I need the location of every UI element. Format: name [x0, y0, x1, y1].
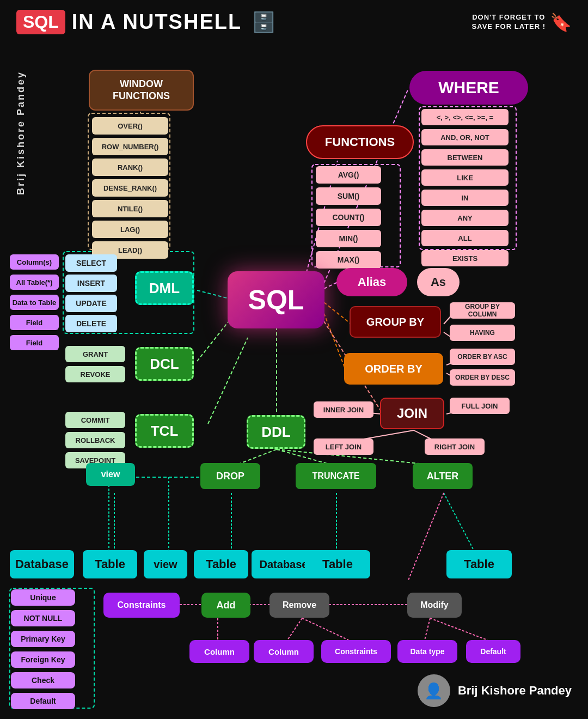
constraint-notnull: NOT NULL: [11, 610, 75, 626]
modify-default: Default: [466, 640, 520, 663]
constraint-check: Check: [11, 672, 75, 688]
svg-line-23: [408, 493, 444, 580]
tcl-commit: COMMIT: [65, 412, 125, 428]
orderby-node: ORDER BY: [344, 353, 443, 385]
right-join: RIGHT JOIN: [425, 438, 485, 455]
fn-max: MAX(): [316, 251, 381, 269]
truncate-node: TRUNCATE: [296, 463, 376, 489]
modify-datatype: Data type: [397, 640, 457, 663]
where-operators: <, >, <>, <=, >=, =: [421, 109, 509, 125]
alter-node: ALTER: [413, 463, 473, 489]
dml-label-field2: Field: [10, 335, 59, 350]
join-node: JOIN: [380, 398, 444, 429]
where-node: WHERE: [409, 71, 528, 105]
where-all: ALL: [421, 230, 509, 246]
orderby-desc: ORDER BY DESC: [450, 369, 515, 386]
sql-center-node: SQL: [228, 271, 324, 328]
dml-label-field1: Field: [10, 315, 59, 330]
where-in: IN: [421, 190, 509, 206]
groupby-having: HAVING: [450, 325, 515, 341]
dml-label-alltable: All Table(*): [10, 275, 59, 290]
dont-forget-text: DON'T FORGET TOSAVE FOR LATER !: [472, 13, 546, 32]
table-node-2: Table: [194, 550, 248, 578]
svg-line-31: [425, 618, 430, 640]
groupby-column: GROUP BYCOLUMN: [450, 302, 515, 319]
dcl-revoke: REVOKE: [65, 366, 125, 382]
svg-line-22: [444, 493, 474, 550]
dml-delete: DELETE: [65, 315, 117, 332]
watermark-text: Brij Kishore Pandey: [15, 71, 27, 195]
page: SQL IN A NUTSHELL 🗄️ DON'T FORGET TOSAVE…: [0, 0, 588, 719]
where-exists: EXISTS: [421, 250, 509, 266]
constraint-foreignkey: Foreign Key: [11, 651, 75, 668]
svg-line-3: [197, 290, 229, 298]
orderby-asc: ORDER BY ASC: [450, 349, 515, 365]
author-name: Brij Kishore Pandey: [458, 684, 572, 698]
tcl-node: TCL: [135, 414, 194, 448]
dml-select: SELECT: [65, 254, 117, 272]
add-node: Add: [201, 593, 250, 618]
fn-sum: SUM(): [316, 187, 381, 205]
functions-node: FUNCTIONS: [306, 125, 414, 159]
tcl-rollback: ROLLBACK: [65, 432, 125, 448]
wf-lag: LAG(): [92, 221, 168, 238]
view-drop-node: view: [86, 463, 135, 486]
dml-update: UPDATE: [65, 295, 117, 312]
footer: 👤 Brij Kishore Pandey: [418, 674, 572, 707]
ddl-node: DDL: [247, 415, 305, 449]
modify-node: Modify: [407, 593, 462, 618]
dcl-node: DCL: [135, 347, 194, 381]
bookmark-icon: 🔖: [550, 12, 572, 33]
add-column: Column: [189, 640, 249, 663]
svg-rect-24: [10, 588, 94, 708]
where-logical: AND, OR, NOT: [421, 129, 509, 145]
fn-min: MIN(): [316, 230, 381, 247]
fn-count: COUNT(): [316, 209, 381, 226]
header-title: IN A NUTSHELL: [72, 10, 242, 34]
header-save-reminder: DON'T FORGET TOSAVE FOR LATER ! 🔖: [472, 12, 572, 33]
full-join: FULL JOIN: [450, 398, 510, 414]
dml-label-columns: Column(s): [10, 254, 59, 270]
inner-join: INNER JOIN: [314, 401, 373, 418]
remove-node: Remove: [270, 593, 329, 618]
avatar: 👤: [418, 674, 450, 707]
dml-label-datatable: Data to Table: [10, 295, 59, 310]
svg-line-32: [430, 618, 487, 640]
sql-badge: SQL: [16, 10, 65, 34]
svg-line-5: [208, 338, 248, 424]
as-node: As: [417, 268, 460, 296]
svg-line-12: [324, 282, 338, 289]
database-node-1: Database: [10, 550, 74, 578]
view-node-bottom: view: [144, 550, 187, 578]
constraint-primarykey: Primary Key: [11, 631, 75, 647]
where-between: BETWEEN: [421, 149, 509, 166]
wf-rank: RANK(): [92, 159, 168, 176]
wf-ntile: NTILE(): [92, 200, 168, 217]
wf-denserank: DENSE_RANK(): [92, 179, 168, 197]
dcl-grant: GRANT: [65, 346, 125, 362]
dml-node: DML: [135, 271, 194, 305]
constraints-main-node: Constraints: [103, 593, 180, 618]
svg-line-29: [287, 618, 302, 640]
window-functions-node: WINDOW FUNCTIONS: [89, 70, 194, 111]
wf-rownumber: ROW_NUMBER(): [92, 138, 168, 155]
header: SQL IN A NUTSHELL 🗄️ DON'T FORGET TOSAVE…: [0, 0, 588, 44]
table-node-3: Table: [305, 550, 370, 578]
remove-column: Column: [254, 640, 314, 663]
drop-node: DROP: [200, 463, 260, 489]
dml-insert: INSERT: [65, 275, 117, 292]
window-functions-label: WINDOW: [120, 78, 163, 90]
alias-node: Alias: [336, 268, 407, 296]
svg-line-10: [324, 313, 346, 370]
wf-over: OVER(): [92, 117, 168, 135]
left-join: LEFT JOIN: [314, 438, 373, 455]
constraint-default: Default: [11, 693, 75, 709]
svg-line-4: [197, 321, 229, 361]
svg-line-9: [324, 302, 351, 324]
remove-constraints: Constraints: [321, 640, 391, 663]
window-functions-label2: FUNCTIONS: [113, 90, 170, 102]
constraint-unique: Unique: [11, 589, 75, 606]
svg-line-30: [302, 618, 348, 640]
groupby-node: GROUP BY: [350, 306, 441, 338]
where-like: LIKE: [421, 169, 509, 186]
